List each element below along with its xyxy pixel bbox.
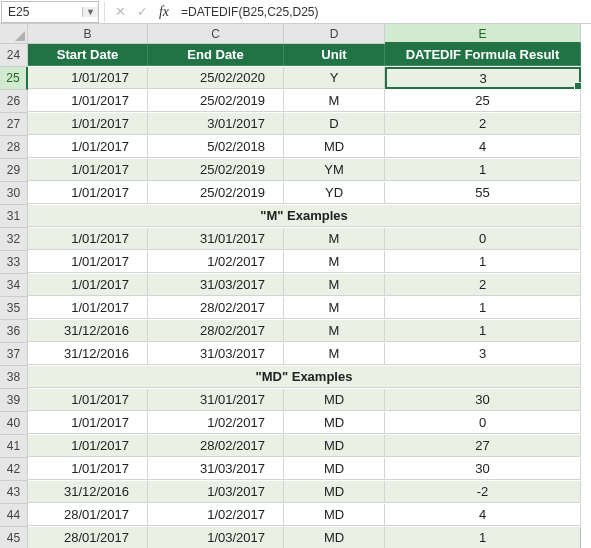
cell-b29[interactable]: 1/01/2017 [28,159,148,181]
cell-b35[interactable]: 1/01/2017 [28,297,148,319]
cell-e35[interactable]: 1 [385,297,581,319]
col-header-b[interactable]: B [28,24,148,44]
row-header-31[interactable]: 31 [0,205,28,228]
cell-e28[interactable]: 4 [385,136,581,158]
cell-b44[interactable]: 28/01/2017 [28,504,148,526]
cell-e43[interactable]: -2 [385,481,581,503]
cell-d43[interactable]: MD [284,481,385,503]
cell-c40[interactable]: 1/02/2017 [148,412,284,434]
name-box[interactable]: E25 ▼ [1,1,99,23]
cell-e42[interactable]: 30 [385,458,581,480]
cell-e34[interactable]: 2 [385,274,581,296]
header-e[interactable]: DATEDIF Formula Result [385,44,581,66]
cancel-icon[interactable]: ✕ [109,4,131,19]
row-header-32[interactable]: 32 [0,228,28,251]
cell-e44[interactable]: 4 [385,504,581,526]
cell-e37[interactable]: 3 [385,343,581,365]
formula-input[interactable]: =DATEDIF(B25,C25,D25) [175,5,591,19]
cell-e33[interactable]: 1 [385,251,581,273]
cell-d35[interactable]: M [284,297,385,319]
row-header-35[interactable]: 35 [0,297,28,320]
cell-d37[interactable]: M [284,343,385,365]
cell-c35[interactable]: 28/02/2017 [148,297,284,319]
row-header-27[interactable]: 27 [0,113,28,136]
cell-d30[interactable]: YD [284,182,385,204]
row-header-41[interactable]: 41 [0,435,28,458]
cell-b36[interactable]: 31/12/2016 [28,320,148,342]
row-header-29[interactable]: 29 [0,159,28,182]
cell-d28[interactable]: MD [284,136,385,158]
cell-d33[interactable]: M [284,251,385,273]
cell-e40[interactable]: 0 [385,412,581,434]
cell-c28[interactable]: 5/02/2018 [148,136,284,158]
cell-b27[interactable]: 1/01/2017 [28,113,148,135]
header-c[interactable]: End Date [148,44,284,66]
cell-d42[interactable]: MD [284,458,385,480]
cell-b42[interactable]: 1/01/2017 [28,458,148,480]
cell-c25[interactable]: 25/02/2020 [148,67,284,89]
cell-c27[interactable]: 3/01/2017 [148,113,284,135]
cell-d44[interactable]: MD [284,504,385,526]
row-header-30[interactable]: 30 [0,182,28,205]
cell-c34[interactable]: 31/03/2017 [148,274,284,296]
col-header-e[interactable]: E [385,24,581,44]
cell-e36[interactable]: 1 [385,320,581,342]
cell-d40[interactable]: MD [284,412,385,434]
row-header-44[interactable]: 44 [0,504,28,527]
row-header-37[interactable]: 37 [0,343,28,366]
cell-c36[interactable]: 28/02/2017 [148,320,284,342]
cell-b40[interactable]: 1/01/2017 [28,412,148,434]
row-header-42[interactable]: 42 [0,458,28,481]
cell-c42[interactable]: 31/03/2017 [148,458,284,480]
row-header-26[interactable]: 26 [0,90,28,113]
cell-c44[interactable]: 1/02/2017 [148,504,284,526]
row-header-39[interactable]: 39 [0,389,28,412]
cell-c33[interactable]: 1/02/2017 [148,251,284,273]
cell-c39[interactable]: 31/01/2017 [148,389,284,411]
cell-c41[interactable]: 28/02/2017 [148,435,284,457]
section-header[interactable]: "M" Examples [28,205,581,227]
row-header-40[interactable]: 40 [0,412,28,435]
fx-icon[interactable]: fx [153,4,175,20]
cell-b32[interactable]: 1/01/2017 [28,228,148,250]
header-b[interactable]: Start Date [28,44,148,66]
row-header-34[interactable]: 34 [0,274,28,297]
cell-b28[interactable]: 1/01/2017 [28,136,148,158]
cell-b41[interactable]: 1/01/2017 [28,435,148,457]
cell-c43[interactable]: 1/03/2017 [148,481,284,503]
select-all-corner[interactable] [0,24,28,44]
cell-d25[interactable]: Y [284,67,385,89]
cell-e39[interactable]: 30 [385,389,581,411]
row-header-33[interactable]: 33 [0,251,28,274]
cell-b37[interactable]: 31/12/2016 [28,343,148,365]
name-box-dropdown-icon[interactable]: ▼ [82,7,98,17]
cell-d41[interactable]: MD [284,435,385,457]
cell-d45[interactable]: MD [284,527,385,548]
cell-b34[interactable]: 1/01/2017 [28,274,148,296]
cell-c37[interactable]: 31/03/2017 [148,343,284,365]
row-header-28[interactable]: 28 [0,136,28,159]
cell-b45[interactable]: 28/01/2017 [28,527,148,548]
row-header-43[interactable]: 43 [0,481,28,504]
cell-d32[interactable]: M [284,228,385,250]
cell-d26[interactable]: M [284,90,385,112]
cell-e45[interactable]: 1 [385,527,581,548]
row-header-38[interactable]: 38 [0,366,28,389]
col-header-c[interactable]: C [148,24,284,44]
cell-d29[interactable]: YM [284,159,385,181]
cell-e41[interactable]: 27 [385,435,581,457]
cell-e25[interactable]: 3 [385,67,581,89]
section-header[interactable]: "MD" Examples [28,366,581,388]
cell-b26[interactable]: 1/01/2017 [28,90,148,112]
cell-b43[interactable]: 31/12/2016 [28,481,148,503]
cell-c29[interactable]: 25/02/2019 [148,159,284,181]
cell-b39[interactable]: 1/01/2017 [28,389,148,411]
cell-e32[interactable]: 0 [385,228,581,250]
cell-c45[interactable]: 1/03/2017 [148,527,284,548]
cell-e26[interactable]: 25 [385,90,581,112]
cell-e27[interactable]: 2 [385,113,581,135]
header-d[interactable]: Unit [284,44,385,66]
cell-b30[interactable]: 1/01/2017 [28,182,148,204]
row-header-25[interactable]: 25 [0,67,28,90]
cell-c32[interactable]: 31/01/2017 [148,228,284,250]
